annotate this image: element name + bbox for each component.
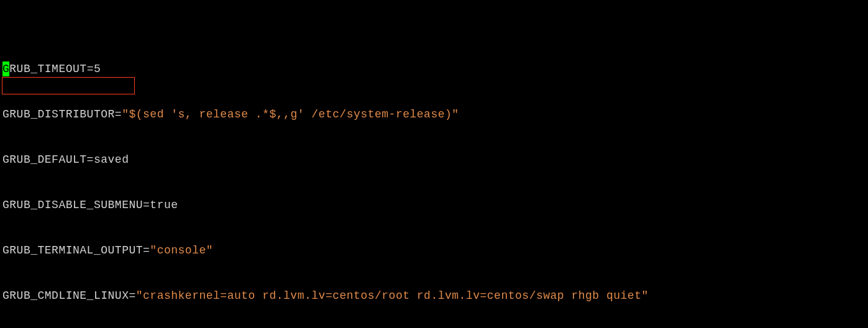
value: "crashkernel=auto rd.lvm.lv=centos/root … <box>136 289 649 302</box>
config-line-cmdline-linux: GRUB_CMDLINE_LINUX="crashkernel=auto rd.… <box>2 288 866 303</box>
key: GRUB_TERMINAL_OUTPUT= <box>2 244 150 257</box>
value: "$(sed 's, release .*$,,g' /etc/system-r… <box>122 108 459 121</box>
config-line-disable-submenu: GRUB_DISABLE_SUBMENU=true <box>2 198 866 212</box>
value: "console" <box>150 244 213 257</box>
terminal-block-original[interactable]: GRUB_TIMEOUT=5 GRUB_DISTRIBUTOR="$(sed '… <box>0 0 868 328</box>
config-line-default: GRUB_DEFAULT=saved <box>2 152 866 167</box>
text: GRUB_DISABLE_SUBMENU=true <box>2 199 178 211</box>
config-line-terminal-output: GRUB_TERMINAL_OUTPUT="console" <box>2 243 866 258</box>
key: GRUB_DISTRIBUTOR= <box>2 108 122 121</box>
text: RUB_TIMEOUT=5 <box>9 63 101 75</box>
text: GRUB_DEFAULT=saved <box>2 153 129 166</box>
config-line-timeout: GRUB_TIMEOUT=5 <box>2 62 866 76</box>
highlight-box-cmdline-key <box>2 77 135 94</box>
config-line-distributor: GRUB_DISTRIBUTOR="$(sed 's, release .*$,… <box>2 107 866 122</box>
cursor-icon: G <box>2 62 9 76</box>
key: GRUB_CMDLINE_LINUX= <box>2 289 136 302</box>
